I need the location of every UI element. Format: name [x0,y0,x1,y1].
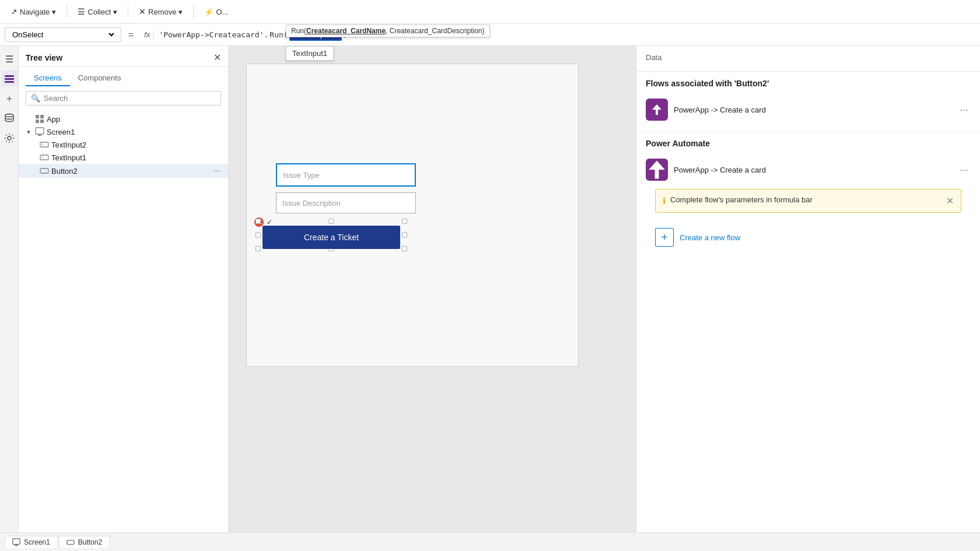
bottom-tab-screen1-label: Screen1 [24,538,50,546]
screen-icon [35,127,44,136]
create-ticket-button[interactable]: Create a Ticket [262,226,400,249]
flow-item: PowerApp -> Create a card ··· [646,95,971,124]
tree-content: App ▼ Screen1 TextInput2 TextInput1 Butt [19,110,228,532]
fx-label: fx [141,30,154,39]
handle-bl[interactable] [256,246,261,251]
issue-type-field[interactable]: Issue Type [276,163,416,187]
tree-close-button[interactable]: ✕ [214,52,221,63]
search-icon: 🔍 [31,94,40,103]
app-icon [35,114,44,124]
formula-fn: Run( [270,30,288,39]
warning-icon: ℹ [663,196,666,205]
tree-item-screen1[interactable]: ▼ Screen1 [19,125,228,138]
tree-tabs: Screens Components [19,67,228,86]
remove-button[interactable]: ✕ Remove ▾ [133,5,188,19]
bottom-tab-button2[interactable]: Button2 [59,536,110,548]
handle-tr[interactable] [402,219,407,224]
tree-item-textinput2[interactable]: TextInput2 [19,138,228,151]
toolbar-divider-2 [128,5,128,19]
remove-icon: ✕ [139,7,146,16]
textinput2-label: TextInput2 [51,141,223,149]
bottom-tab-screen1[interactable]: Screen1 [5,536,58,548]
formula-input[interactable]: 'PowerApp->Createacard'. Run( TextInput1… [159,29,975,41]
toolbar: ↗ Navigate ▾ ☰ Collect ▾ ✕ Remove ▾ ⚡ O.… [0,0,980,24]
pa-title: Power Automate [646,139,971,148]
button2-more[interactable]: ··· [211,166,223,176]
property-dropdown[interactable]: OnSelect [10,30,116,40]
textinput-tooltip-label: TextInput1 [292,49,327,58]
handle-mr[interactable] [402,233,407,238]
more-toolbar-button[interactable]: ⚡ O... [198,5,234,19]
issue-type-placeholder: Issue Type [283,171,320,180]
formula-prefix: 'PowerApp->Createacard'. [159,30,268,39]
collect-button[interactable]: ☰ Collect ▾ [72,5,123,19]
svg-rect-18 [67,541,74,545]
right-panel: Data Flows associated with 'Button2' Pow… [636,46,980,532]
navigate-label: Navigate [20,8,50,16]
svg-rect-6 [40,115,44,118]
property-selector[interactable]: OnSelect [5,27,121,42]
sidebar-data-button[interactable] [1,110,18,127]
flow-icon [646,99,668,121]
svg-rect-8 [40,120,44,123]
button2-canvas[interactable]: ✕ ✓ Create a Ticket [256,219,407,251]
collect-label: Collect [88,8,111,16]
navigate-chevron: ▾ [52,8,56,16]
svg-point-3 [5,114,13,117]
collect-chevron: ▾ [113,8,117,16]
warning-banner: ℹ Complete flow's parameters in formula … [655,189,961,213]
flow-more-button[interactable]: ··· [957,104,971,116]
sidebar-insert-button[interactable]: ＋ [1,90,18,107]
sidebar-icons: ☰ ＋ [0,46,19,532]
data-icon [4,113,15,124]
screen1-tab-icon [12,538,20,546]
tree-item-textinput1[interactable]: TextInput1 [19,151,228,164]
tab-components[interactable]: Components [70,71,130,86]
warning-text: Complete flow's parameters in formula ba… [670,195,942,204]
sidebar-layers-button[interactable] [1,71,18,87]
textinput-tooltip: TextInput1 [286,46,334,61]
textinput1-label: TextInput1 [51,153,223,162]
create-flow-label: Create a new flow [680,233,740,242]
issue-desc-field[interactable]: Issue Description [276,192,416,213]
svg-point-4 [8,136,11,140]
handle-br[interactable] [402,246,407,251]
equals-sign: = [126,30,136,40]
tree-panel: Tree view ✕ Screens Components 🔍 App ▼ S… [19,46,229,532]
right-panel-header: Data [636,46,980,72]
button2-label: Button2 [51,167,209,176]
more-icon: ⚡ [204,8,214,16]
collect-icon: ☰ [78,7,85,16]
flow-item-name: PowerApp -> Create a card [674,106,951,114]
tree-search-bar[interactable]: 🔍 [26,91,221,106]
sidebar-menu-button[interactable]: ☰ [1,51,18,67]
navigate-button[interactable]: ↗ Navigate ▾ [5,5,62,19]
tab-screens[interactable]: Screens [26,71,70,86]
canvas-area[interactable]: Issue Type Issue Description ✕ ✓ Create … [229,46,636,532]
pa-item-name: PowerApp -> Create a card [674,166,951,174]
handle-ml[interactable] [256,233,261,238]
power-automate-icon-pa [646,159,668,181]
fn-name: Run( [291,27,306,35]
tree-title: Tree view [26,53,62,62]
handle-tl[interactable] [256,219,261,224]
create-flow-button[interactable]: + Create a new flow [646,222,971,252]
tree-item-app[interactable]: App [19,113,228,125]
warning-close-button[interactable]: ✕ [946,195,954,206]
svg-rect-2 [5,81,14,83]
svg-rect-1 [5,78,14,80]
function-tooltip: Run(Createacard_CardName, Createacard_Ca… [286,24,490,37]
tree-item-button2[interactable]: Button2 ··· [19,164,228,178]
svg-rect-11 [40,142,48,147]
sidebar-settings-button[interactable] [1,130,18,146]
formula-bar: OnSelect = fx 'PowerApp->Createacard'. R… [0,24,980,46]
pa-more-button[interactable]: ··· [957,164,971,176]
screen1-label: Screen1 [47,128,223,136]
search-input[interactable] [44,94,216,103]
main-layout: ☰ ＋ Tree view ✕ Screens Components 🔍 [0,46,980,532]
handle-tm[interactable] [329,219,334,224]
app-label: App [47,115,223,124]
more-label: O... [216,8,228,16]
bottom-tab-button2-label: Button2 [78,538,102,546]
pa-item: PowerApp -> Create a card ··· [646,155,971,184]
